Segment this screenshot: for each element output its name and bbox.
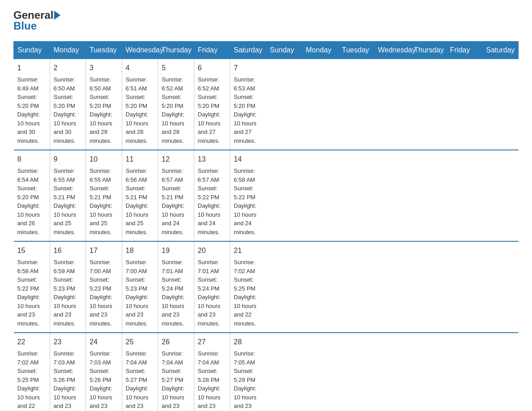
- calendar-cell: 11Sunrise: 6:56 AMSunset: 5:21 PMDayligh…: [122, 150, 158, 241]
- calendar-cell: 22Sunrise: 7:02 AMSunset: 5:25 PMDayligh…: [14, 333, 50, 411]
- calendar-cell: 17Sunrise: 7:00 AMSunset: 5:23 PMDayligh…: [86, 241, 122, 333]
- day-info: Sunrise: 6:57 AMSunset: 5:21 PMDaylight:…: [162, 167, 184, 235]
- calendar-cell: 21Sunrise: 7:02 AMSunset: 5:25 PMDayligh…: [230, 241, 266, 333]
- day-info: Sunrise: 7:01 AMSunset: 5:24 PMDaylight:…: [198, 259, 221, 327]
- day-info: Sunrise: 6:59 AMSunset: 5:23 PMDaylight:…: [54, 259, 77, 327]
- calendar-cell: 18Sunrise: 7:00 AMSunset: 5:23 PMDayligh…: [122, 241, 158, 333]
- day-number: 22: [17, 337, 46, 347]
- day-info: Sunrise: 6:58 AMSunset: 5:22 PMDaylight:…: [234, 167, 257, 235]
- day-info: Sunrise: 7:04 AMSunset: 5:27 PMDaylight:…: [162, 350, 184, 411]
- calendar-cell: 16Sunrise: 6:59 AMSunset: 5:23 PMDayligh…: [50, 241, 86, 333]
- day-number: 12: [162, 154, 190, 165]
- header-sunday: Sunday: [14, 42, 50, 59]
- calendar-cell: 23Sunrise: 7:03 AMSunset: 5:26 PMDayligh…: [50, 333, 86, 411]
- day-number: 7: [234, 63, 262, 73]
- calendar-week-row: 15Sunrise: 6:58 AMSunset: 5:22 PMDayligh…: [14, 241, 519, 333]
- logo-arrow-icon: [54, 11, 60, 20]
- day-number: 10: [90, 154, 118, 165]
- header-tuesday: Tuesday: [86, 42, 122, 59]
- calendar-header-row: SundayMondayTuesdayWednesdayThursdayFrid…: [14, 42, 519, 59]
- day-info: Sunrise: 6:58 AMSunset: 5:22 PMDaylight:…: [17, 259, 40, 327]
- day-info: Sunrise: 7:03 AMSunset: 5:26 PMDaylight:…: [54, 350, 77, 411]
- day-info: Sunrise: 7:00 AMSunset: 5:23 PMDaylight:…: [126, 259, 149, 327]
- day-info: Sunrise: 7:03 AMSunset: 5:26 PMDaylight:…: [90, 350, 112, 411]
- day-number: 4: [126, 63, 154, 73]
- day-info: Sunrise: 6:49 AMSunset: 5:20 PMDaylight:…: [17, 76, 40, 144]
- page-header: General Blue: [13, 9, 519, 32]
- day-number: 1: [17, 63, 46, 73]
- calendar-cell: 5Sunrise: 6:52 AMSunset: 5:20 PMDaylight…: [158, 59, 194, 150]
- day-info: Sunrise: 6:50 AMSunset: 5:20 PMDaylight:…: [90, 76, 112, 144]
- day-info: Sunrise: 7:04 AMSunset: 5:28 PMDaylight:…: [198, 350, 221, 411]
- header-monday: Monday: [302, 42, 339, 59]
- calendar-cell: 15Sunrise: 6:58 AMSunset: 5:22 PMDayligh…: [14, 241, 50, 333]
- calendar-cell: 24Sunrise: 7:03 AMSunset: 5:26 PMDayligh…: [86, 333, 122, 411]
- calendar-week-row: 22Sunrise: 7:02 AMSunset: 5:25 PMDayligh…: [14, 333, 519, 411]
- day-info: Sunrise: 6:55 AMSunset: 5:21 PMDaylight:…: [54, 167, 77, 235]
- day-number: 26: [162, 337, 190, 347]
- header-saturday: Saturday: [230, 42, 266, 59]
- calendar-cell: 25Sunrise: 7:04 AMSunset: 5:27 PMDayligh…: [122, 333, 158, 411]
- day-info: Sunrise: 6:50 AMSunset: 5:20 PMDaylight:…: [54, 76, 77, 144]
- calendar-week-row: 8Sunrise: 6:54 AMSunset: 5:20 PMDaylight…: [14, 150, 519, 241]
- day-info: Sunrise: 6:55 AMSunset: 5:21 PMDaylight:…: [90, 167, 112, 235]
- calendar-cell: 1Sunrise: 6:49 AMSunset: 5:20 PMDaylight…: [14, 59, 50, 150]
- calendar-cell: 14Sunrise: 6:58 AMSunset: 5:22 PMDayligh…: [230, 150, 266, 241]
- header-saturday: Saturday: [482, 42, 519, 59]
- day-info: Sunrise: 7:02 AMSunset: 5:25 PMDaylight:…: [234, 259, 257, 327]
- calendar-cell: 12Sunrise: 6:57 AMSunset: 5:21 PMDayligh…: [158, 150, 194, 241]
- calendar-cell: 6Sunrise: 6:52 AMSunset: 5:20 PMDaylight…: [194, 59, 230, 150]
- day-number: 21: [234, 245, 262, 256]
- day-number: 18: [126, 245, 154, 256]
- day-info: Sunrise: 7:04 AMSunset: 5:27 PMDaylight:…: [126, 350, 149, 411]
- day-info: Sunrise: 6:52 AMSunset: 5:20 PMDaylight:…: [198, 76, 221, 144]
- header-wednesday: Wednesday: [374, 42, 411, 59]
- header-monday: Monday: [50, 42, 86, 59]
- day-info: Sunrise: 7:00 AMSunset: 5:23 PMDaylight:…: [90, 259, 112, 327]
- header-friday: Friday: [194, 42, 230, 59]
- calendar-cell: 3Sunrise: 6:50 AMSunset: 5:20 PMDaylight…: [86, 59, 122, 150]
- calendar-cell: 28Sunrise: 7:05 AMSunset: 5:29 PMDayligh…: [230, 333, 266, 411]
- day-info: Sunrise: 7:05 AMSunset: 5:29 PMDaylight:…: [234, 350, 257, 411]
- day-info: Sunrise: 7:02 AMSunset: 5:25 PMDaylight:…: [17, 350, 40, 411]
- day-number: 19: [162, 245, 190, 256]
- calendar-cell: 10Sunrise: 6:55 AMSunset: 5:21 PMDayligh…: [86, 150, 122, 241]
- day-info: Sunrise: 6:51 AMSunset: 5:20 PMDaylight:…: [126, 76, 149, 144]
- day-info: Sunrise: 6:54 AMSunset: 5:20 PMDaylight:…: [17, 167, 40, 235]
- day-number: 20: [198, 245, 227, 256]
- header-thursday: Thursday: [158, 42, 194, 59]
- calendar-cell: 2Sunrise: 6:50 AMSunset: 5:20 PMDaylight…: [50, 59, 86, 150]
- day-number: 6: [198, 63, 227, 73]
- day-number: 3: [90, 63, 118, 73]
- calendar-table: SundayMondayTuesdayWednesdayThursdayFrid…: [13, 41, 519, 411]
- calendar-cell: 20Sunrise: 7:01 AMSunset: 5:24 PMDayligh…: [194, 241, 230, 333]
- calendar-cell: 8Sunrise: 6:54 AMSunset: 5:20 PMDaylight…: [14, 150, 50, 241]
- day-number: 14: [234, 154, 262, 165]
- header-thursday: Thursday: [410, 42, 446, 59]
- day-number: 13: [198, 154, 227, 165]
- day-info: Sunrise: 6:52 AMSunset: 5:20 PMDaylight:…: [162, 76, 184, 144]
- day-number: 11: [126, 154, 154, 165]
- day-number: 9: [54, 154, 82, 165]
- day-info: Sunrise: 6:56 AMSunset: 5:21 PMDaylight:…: [126, 167, 149, 235]
- header-tuesday: Tuesday: [338, 42, 374, 59]
- day-number: 28: [234, 337, 262, 347]
- day-number: 2: [54, 63, 82, 73]
- day-number: 16: [54, 245, 82, 256]
- day-number: 27: [198, 337, 227, 347]
- day-number: 5: [162, 63, 190, 73]
- day-info: Sunrise: 7:01 AMSunset: 5:24 PMDaylight:…: [162, 259, 184, 327]
- calendar-cell: 27Sunrise: 7:04 AMSunset: 5:28 PMDayligh…: [194, 333, 230, 411]
- day-number: 8: [17, 154, 46, 165]
- header-friday: Friday: [446, 42, 483, 59]
- day-number: 24: [90, 337, 118, 347]
- calendar-cell: 19Sunrise: 7:01 AMSunset: 5:24 PMDayligh…: [158, 241, 194, 333]
- calendar-cell: 9Sunrise: 6:55 AMSunset: 5:21 PMDaylight…: [50, 150, 86, 241]
- calendar-week-row: 1Sunrise: 6:49 AMSunset: 5:20 PMDaylight…: [14, 59, 519, 150]
- logo-blue-text: Blue: [13, 20, 37, 32]
- header-sunday: Sunday: [266, 42, 302, 59]
- calendar-cell: 4Sunrise: 6:51 AMSunset: 5:20 PMDaylight…: [122, 59, 158, 150]
- day-info: Sunrise: 6:57 AMSunset: 5:22 PMDaylight:…: [198, 167, 221, 235]
- day-number: 25: [126, 337, 154, 347]
- calendar-cell: 7Sunrise: 6:53 AMSunset: 5:20 PMDaylight…: [230, 59, 266, 150]
